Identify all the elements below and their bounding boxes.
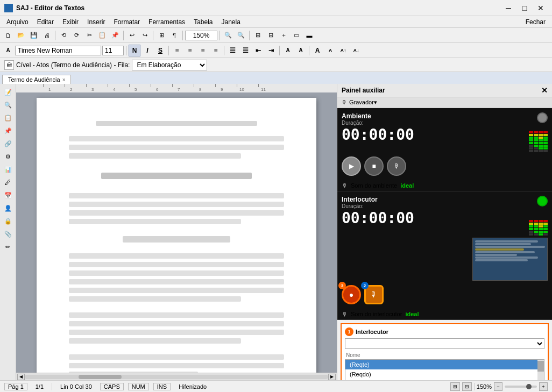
- tb-btn-6[interactable]: ⟳: [70, 30, 82, 41]
- sidebar-icon-1[interactable]: 📝: [2, 86, 14, 98]
- tb-grid2[interactable]: ⊟: [265, 30, 277, 41]
- editor-content[interactable]: [16, 92, 337, 373]
- list-item-0[interactable]: (Reqte): [345, 360, 544, 369]
- interlocutor-dropdown[interactable]: [345, 338, 544, 349]
- minimize-button[interactable]: ─: [501, 3, 515, 13]
- italic-button[interactable]: I: [141, 45, 153, 56]
- tb-search2[interactable]: 🔍: [235, 30, 247, 41]
- tb-para[interactable]: ¶: [168, 30, 180, 41]
- ambiente-mic-btn[interactable]: 🎙: [387, 156, 406, 176]
- menu-fechar[interactable]: Fechar: [521, 17, 550, 27]
- tb-btn-8[interactable]: 📋: [96, 30, 108, 41]
- sidebar-icon-7[interactable]: 📊: [2, 163, 14, 175]
- sidebar-icon-2[interactable]: 🔍: [2, 99, 14, 111]
- app-icon: [4, 4, 13, 12]
- tb-search[interactable]: 🔍: [222, 30, 234, 41]
- bold-button[interactable]: N: [129, 45, 140, 56]
- sidebar-icon-13[interactable]: ✏: [2, 241, 14, 253]
- save-button[interactable]: 💾: [28, 30, 40, 41]
- tb-plus[interactable]: ＋: [278, 30, 289, 41]
- tb-btn-9[interactable]: 📌: [109, 30, 121, 41]
- view-btn-1[interactable]: ⊞: [450, 382, 460, 391]
- tb-btn-7[interactable]: ✂: [83, 30, 95, 41]
- gravador-label[interactable]: Gravador▾: [349, 99, 377, 106]
- list-item-1[interactable]: (Reqdo): [345, 369, 544, 379]
- h-scrollbar[interactable]: ◀ ▶: [16, 373, 337, 380]
- open-button[interactable]: 📂: [15, 30, 27, 41]
- font-size-down[interactable]: A↓: [350, 45, 362, 56]
- menu-janela[interactable]: Janela: [217, 17, 245, 27]
- menu-inserir[interactable]: Inserir: [83, 17, 109, 27]
- sidebar-icon-5[interactable]: 🔗: [2, 138, 14, 149]
- tb-line[interactable]: ▬: [303, 30, 315, 41]
- zoom-slider[interactable]: [505, 386, 537, 388]
- ambiente-play-btn[interactable]: ▶: [342, 156, 361, 176]
- zoom-slider-thumb[interactable]: [526, 384, 532, 389]
- scroll-left-btn[interactable]: ◀: [17, 374, 25, 380]
- sidebar-icon-9[interactable]: 📅: [2, 189, 14, 201]
- list-scrollbar-thumb[interactable]: [537, 361, 544, 372]
- font-selector[interactable]: [15, 46, 101, 55]
- tb-btn-5[interactable]: ⟲: [58, 30, 69, 41]
- sidebar-icon-6[interactable]: ⚙: [2, 151, 14, 162]
- tab-close-icon[interactable]: ×: [62, 77, 66, 83]
- menu-exibir[interactable]: Exibir: [58, 17, 83, 27]
- scroll-right-btn[interactable]: ▶: [328, 374, 336, 380]
- list-item-2[interactable]: (Magistrado): [345, 379, 544, 380]
- ambiente-stop-btn[interactable]: ■: [364, 156, 384, 176]
- format-sep-2: [168, 46, 169, 55]
- tb-table[interactable]: ⊞: [155, 30, 167, 41]
- doc-icon[interactable]: 🏛: [4, 60, 14, 70]
- menu-arquivo[interactable]: Arquivo: [2, 17, 33, 27]
- sidebar-icon-11[interactable]: 🔒: [2, 215, 14, 227]
- font-size-big[interactable]: A: [312, 45, 323, 56]
- left-sidebar: 📝 🔍 📋 📌 🔗 ⚙ 📊 🖊 📅 👤 🔒 📎 ✏: [0, 84, 16, 380]
- view-btn-2[interactable]: ⊟: [462, 382, 472, 391]
- font-size-small[interactable]: A: [324, 45, 336, 56]
- list-ol[interactable]: ☰: [239, 45, 251, 56]
- align-center[interactable]: ≡: [184, 45, 196, 56]
- tb-redo[interactable]: ↪: [139, 30, 151, 41]
- font-icon-btn[interactable]: A: [2, 45, 14, 56]
- interlocutor-list[interactable]: (Reqte) (Reqdo) (Magistrado) s (Cooperad…: [345, 359, 544, 380]
- align-justify[interactable]: ≡: [210, 45, 222, 56]
- indent-dec[interactable]: ⇤: [252, 45, 264, 56]
- print-button[interactable]: 🖨: [41, 30, 53, 41]
- maximize-button[interactable]: □: [518, 3, 532, 13]
- doc-status-select[interactable]: Em Elaboração: [132, 60, 207, 70]
- scroll-thumb[interactable]: [79, 375, 122, 379]
- sidebar-icon-3[interactable]: 📋: [2, 112, 14, 124]
- mic-btn-wrapper: 🎙 2: [364, 285, 384, 304]
- font-color[interactable]: A: [282, 45, 294, 56]
- editor-scroll[interactable]: [16, 92, 337, 373]
- tab-termo-audiencia[interactable]: Termo de Audiência ×: [2, 75, 71, 84]
- new-button[interactable]: 🗋: [2, 30, 14, 41]
- underline-button[interactable]: S: [154, 45, 166, 56]
- menu-bar: Arquivo Editar Exibir Inserir Formatar F…: [0, 16, 552, 28]
- zoom-input[interactable]: 150%: [185, 31, 217, 40]
- scroll-track[interactable]: [25, 375, 328, 379]
- menu-formatar[interactable]: Formatar: [109, 17, 144, 27]
- sidebar-icon-12[interactable]: 📎: [2, 228, 14, 240]
- tb-undo[interactable]: ↩: [126, 30, 138, 41]
- font-size-up[interactable]: A↑: [337, 45, 349, 56]
- sidebar-icon-4[interactable]: 📌: [2, 125, 14, 137]
- menu-editar[interactable]: Editar: [33, 17, 58, 27]
- indent-inc[interactable]: ⇥: [265, 45, 277, 56]
- panel-close-btn[interactable]: ✕: [541, 86, 548, 95]
- close-button[interactable]: ✕: [534, 3, 548, 13]
- tb-rect[interactable]: ▭: [291, 30, 302, 41]
- align-left[interactable]: ≡: [171, 45, 183, 56]
- sidebar-icon-10[interactable]: 👤: [2, 202, 14, 214]
- zoom-out-btn[interactable]: −: [494, 382, 503, 391]
- menu-tabela[interactable]: Tabela: [189, 17, 217, 27]
- font-size[interactable]: [102, 46, 124, 55]
- list-ul[interactable]: ☰: [227, 45, 238, 56]
- list-scrollbar[interactable]: [537, 360, 544, 380]
- tb-grid1[interactable]: ⊞: [252, 30, 264, 41]
- sidebar-icon-8[interactable]: 🖊: [2, 176, 14, 188]
- highlight[interactable]: A: [295, 45, 307, 56]
- menu-ferramentas[interactable]: Ferramentas: [144, 17, 189, 27]
- align-right[interactable]: ≡: [197, 45, 209, 56]
- zoom-in-btn[interactable]: +: [539, 382, 548, 391]
